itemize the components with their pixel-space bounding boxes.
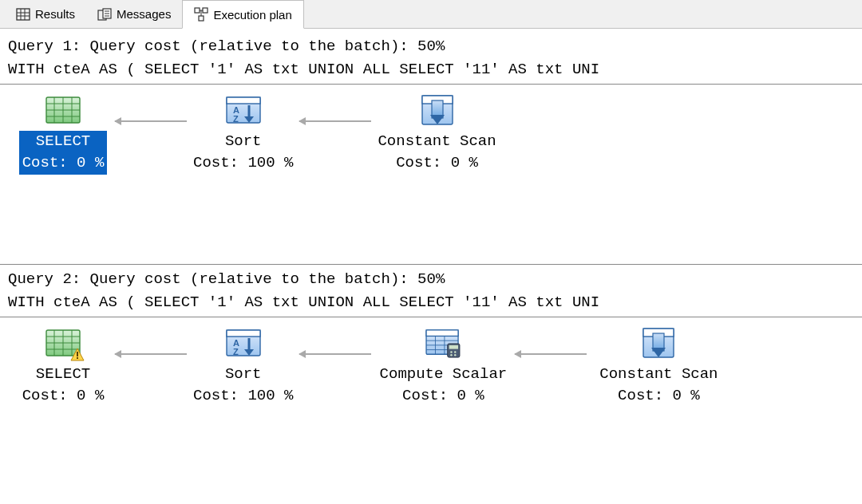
query-2-header: Query 2: Query cost (relative to the bat… (0, 266, 862, 315)
query-1-nodes: SELECT Cost: 0 % Sort Cost: 100 % (0, 85, 862, 191)
node-name: Constant Scan (378, 131, 496, 153)
arrow-icon (299, 353, 371, 355)
arrow-icon (515, 353, 587, 355)
node-name: Sort (193, 131, 293, 153)
query-block-2: Query 2: Query cost (relative to the bat… (0, 264, 862, 423)
node-sort[interactable]: Sort Cost: 100 % (187, 93, 299, 175)
arrow-icon (299, 120, 371, 122)
messages-icon (97, 7, 112, 22)
node-constant-scan[interactable]: Constant Scan Cost: 0 % (371, 93, 502, 175)
tab-execution-plan[interactable]: Execution plan (182, 0, 303, 29)
tab-bar: Results Messages Execution plan (0, 0, 862, 29)
tab-results-label: Results (35, 7, 75, 21)
query-block-1: Query 1: Query cost (relative to the bat… (0, 32, 862, 191)
query-2-sql: WITH cteA AS ( SELECT '1' AS txt UNION A… (8, 291, 854, 314)
tab-results[interactable]: Results (5, 0, 86, 28)
query-1-sql: WITH cteA AS ( SELECT '1' AS txt UNION A… (8, 58, 854, 81)
tab-execution-plan-label: Execution plan (213, 8, 291, 22)
select-icon (43, 93, 83, 128)
node-sort[interactable]: Sort Cost: 100 % (187, 325, 299, 408)
node-name: SELECT (22, 131, 105, 153)
compute-scalar-icon (423, 325, 463, 360)
node-select[interactable]: SELECT Cost: 0 % (11, 93, 115, 175)
grid-icon (16, 7, 30, 22)
execution-plan-pane[interactable]: Query 1: Query cost (relative to the bat… (0, 29, 862, 423)
tab-messages[interactable]: Messages (86, 0, 182, 28)
select-icon (43, 325, 83, 360)
node-constant-scan[interactable]: Constant Scan Cost: 0 % (587, 325, 730, 408)
constant-scan-icon (417, 93, 457, 128)
warning-icon (70, 348, 85, 362)
node-cost: Cost: 0 % (378, 152, 496, 175)
node-cost: Cost: 0 % (22, 385, 105, 408)
node-name: Compute Scalar (380, 364, 508, 386)
node-name: Sort (193, 364, 293, 386)
tab-messages-label: Messages (117, 7, 171, 21)
arrow-icon (115, 353, 187, 355)
query-1-header: Query 1: Query cost (relative to the bat… (0, 33, 862, 82)
node-cost: Cost: 0 % (380, 385, 508, 408)
node-cost: Cost: 0 % (22, 152, 105, 175)
query-1-cost-line: Query 1: Query cost (relative to the bat… (8, 35, 854, 58)
node-compute-scalar[interactable]: Compute Scalar Cost: 0 % (371, 325, 515, 408)
node-select[interactable]: SELECT Cost: 0 % (11, 325, 115, 408)
node-cost: Cost: 0 % (599, 385, 718, 408)
arrow-icon (115, 120, 187, 122)
node-name: Constant Scan (599, 364, 718, 386)
sort-icon (223, 325, 263, 360)
query-2-nodes: SELECT Cost: 0 % Sort Cost: 100 % (0, 317, 862, 423)
sort-icon (223, 93, 263, 128)
node-name: SELECT (22, 364, 105, 386)
node-cost: Cost: 100 % (193, 385, 293, 408)
plan-icon (194, 7, 208, 22)
constant-scan-icon (639, 325, 678, 360)
node-cost: Cost: 100 % (193, 152, 293, 175)
query-2-cost-line: Query 2: Query cost (relative to the bat… (8, 268, 854, 291)
